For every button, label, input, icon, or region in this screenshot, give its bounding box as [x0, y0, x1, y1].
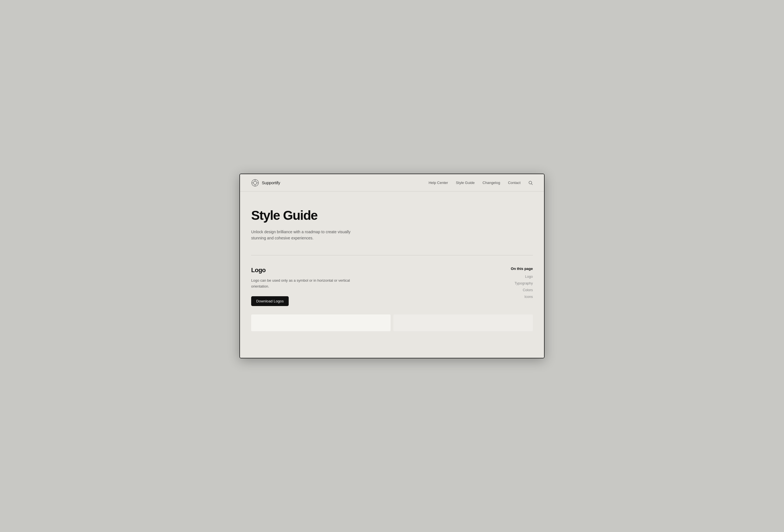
main-content: Style Guide Unlock design brilliance wit… [240, 192, 544, 358]
hero-subtitle: Unlock design brilliance with a roadmap … [251, 229, 352, 241]
svg-line-7 [531, 184, 533, 185]
navbar: Supportify Help Center Style Guide Chang… [240, 174, 544, 192]
nav-contact[interactable]: Contact [508, 180, 521, 185]
logo-cards-area [251, 314, 533, 331]
hero-section: Style Guide Unlock design brilliance wit… [240, 192, 544, 255]
logo-card-light [251, 314, 391, 331]
nav-changelog[interactable]: Changelog [482, 180, 500, 185]
logo-section-description: Logo can be used only as a symbol or in … [251, 278, 352, 289]
toc-heading: On this page [488, 267, 533, 271]
browser-window: Supportify Help Center Style Guide Chang… [240, 174, 544, 358]
toc-icons[interactable]: Icons [488, 295, 533, 299]
nav-style-guide[interactable]: Style Guide [456, 180, 475, 185]
brand-logo-icon [251, 179, 259, 187]
content-left: Logo Logo can be used only as a symbol o… [251, 267, 477, 306]
page-title: Style Guide [251, 208, 533, 223]
toc-colors[interactable]: Colors [488, 288, 533, 292]
nav-help-center[interactable]: Help Center [429, 180, 448, 185]
body-section: Logo Logo can be used only as a symbol o… [240, 255, 544, 314]
svg-point-1 [253, 181, 257, 185]
brand: Supportify [251, 179, 280, 187]
search-icon[interactable] [528, 180, 533, 185]
brand-name: Supportify [262, 180, 280, 185]
table-of-contents: On this page Logo Typography Colors Icon… [488, 267, 533, 306]
nav-links: Help Center Style Guide Changelog Contac… [429, 180, 533, 185]
logo-card-dark [393, 314, 533, 331]
toc-typography[interactable]: Typography [488, 281, 533, 285]
download-logos-button[interactable]: Download Logos [251, 296, 289, 306]
toc-logo[interactable]: Logo [488, 275, 533, 279]
logo-section-title: Logo [251, 267, 477, 274]
